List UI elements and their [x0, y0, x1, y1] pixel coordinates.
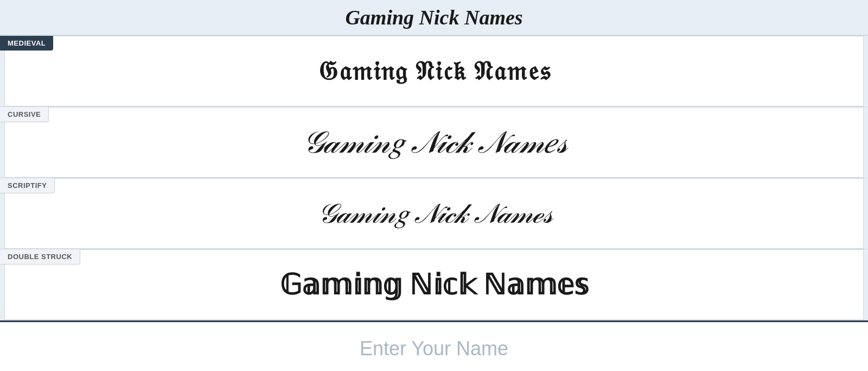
- name-input[interactable]: [0, 320, 868, 371]
- double-struck-display: 𝔾𝕒𝕞𝕚𝕟𝕘 ℕ𝕚𝕔𝕜 ℕ𝕒𝕞𝕖𝕤: [4, 249, 864, 320]
- top-preview-section: Gaming Nick Names: [0, 0, 868, 36]
- medieval-display: 𝔊𝔞𝔪𝔦𝔫𝔤 𝔑𝔦𝔠𝔨 𝔑𝔞𝔪𝔢𝔰: [4, 36, 864, 106]
- scriptify-display: 𝒢𝒶𝓂𝒾𝓃𝑔 𝒩𝒾𝒸𝓀 𝒩𝒶𝓂ℯ𝓈: [4, 178, 864, 249]
- scriptify-section: SCRIPTIFY 𝒢𝒶𝓂𝒾𝓃𝑔 𝒩𝒾𝒸𝓀 𝒩𝒶𝓂ℯ𝓈: [0, 178, 868, 249]
- medieval-label: MEDIEVAL: [0, 36, 53, 51]
- top-preview-display: Gaming Nick Names: [0, 0, 868, 35]
- medieval-section: MEDIEVAL 𝔊𝔞𝔪𝔦𝔫𝔤 𝔑𝔦𝔠𝔨 𝔑𝔞𝔪𝔢𝔰: [0, 36, 868, 107]
- double-struck-label: DOUBLE STRUCK: [0, 249, 80, 265]
- scriptify-label: SCRIPTIFY: [0, 178, 55, 193]
- medieval-text: 𝔊𝔞𝔪𝔦𝔫𝔤 𝔑𝔦𝔠𝔨 𝔑𝔞𝔪𝔢𝔰: [318, 56, 551, 87]
- double-struck-text: 𝔾𝕒𝕞𝕚𝕟𝕘 ℕ𝕚𝕔𝕜 ℕ𝕒𝕞𝕖𝕤: [280, 268, 589, 301]
- scriptify-text: 𝒢𝒶𝓂𝒾𝓃𝑔 𝒩𝒾𝒸𝓀 𝒩𝒶𝓂ℯ𝓈: [316, 198, 552, 230]
- top-preview-text: Gaming Nick Names: [345, 5, 522, 29]
- cursive-section: CURSIVE 𝒢𝒶𝓂𝒾𝓃𝑔 𝒩𝒾𝒸𝓀 𝒩𝒶𝓂𝑒𝓈: [0, 107, 868, 178]
- double-struck-section: DOUBLE STRUCK 𝔾𝕒𝕞𝕚𝕟𝕘 ℕ𝕚𝕔𝕜 ℕ𝕒𝕞𝕖𝕤: [0, 249, 868, 320]
- cursive-label: CURSIVE: [0, 107, 49, 122]
- cursive-text: 𝒢𝒶𝓂𝒾𝓃𝑔 𝒩𝒾𝒸𝓀 𝒩𝒶𝓂𝑒𝓈: [301, 125, 567, 160]
- cursive-display: 𝒢𝒶𝓂𝒾𝓃𝑔 𝒩𝒾𝒸𝓀 𝒩𝒶𝓂𝑒𝓈: [4, 107, 864, 178]
- input-section: [0, 320, 868, 371]
